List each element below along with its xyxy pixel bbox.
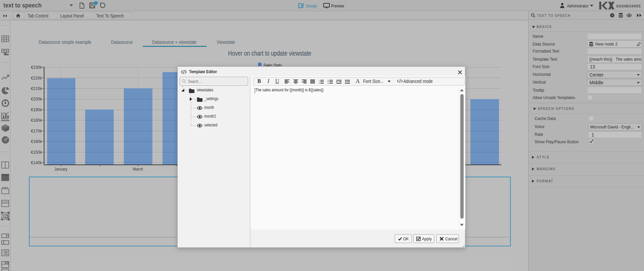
svg-text:2: 2 — [319, 82, 320, 84]
svg-text:1: 1 — [319, 80, 320, 82]
